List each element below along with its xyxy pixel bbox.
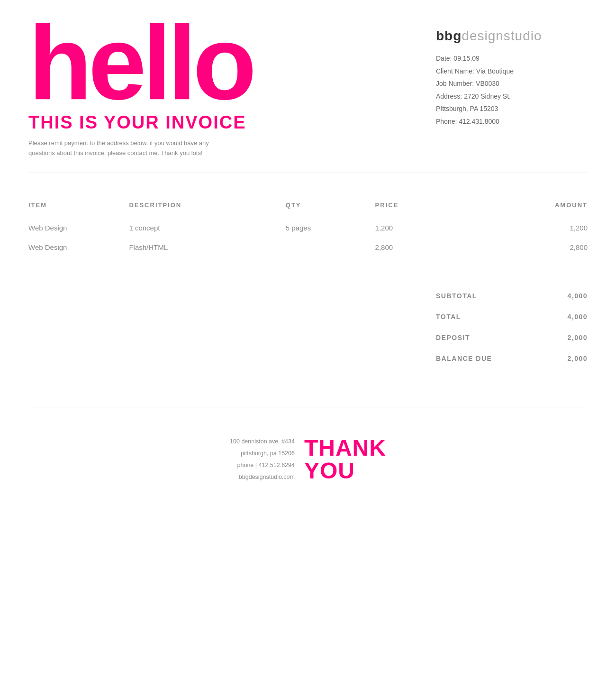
date-line: Date: 09.15.09 xyxy=(436,52,588,65)
col-header-desc: DESCRITPION xyxy=(129,202,285,218)
subtotal-row: SUBTOTAL 4,000 xyxy=(436,285,588,306)
table-section: ITEM DESCRITPION QTY PRICE AMOUNT Web De… xyxy=(0,173,616,276)
client-value: Via Boutique xyxy=(476,67,514,75)
address-label: Address: xyxy=(436,92,462,100)
job-label: Job Number: xyxy=(436,80,474,87)
hello-text: hello xyxy=(28,19,417,108)
cell-qty: 5 pages xyxy=(286,218,375,238)
deposit-row: DEPOSIT 2,000 xyxy=(436,327,588,348)
phone-value: 412.431.8000 xyxy=(459,118,499,125)
footer-address-line3: phone | 412.512.6294 xyxy=(230,459,295,471)
total-value: 4,000 xyxy=(547,306,588,327)
footer-section: 100 denniston ave. #434 pittsburgh, pa 1… xyxy=(0,407,616,502)
cell-amount: 2,800 xyxy=(481,238,588,257)
cell-price: 1,200 xyxy=(375,218,481,238)
cell-price: 2,800 xyxy=(375,238,481,257)
phone-line: Phone: 412.431.8000 xyxy=(436,115,588,128)
phone-label: Phone: xyxy=(436,118,457,125)
cell-desc: 1 concept xyxy=(129,218,285,238)
thank-you-line1: THANK xyxy=(304,437,386,459)
footer-address-line1: 100 denniston ave. #434 xyxy=(230,436,295,448)
company-name-bold: bbg xyxy=(436,28,462,43)
table-header-row: ITEM DESCRITPION QTY PRICE AMOUNT xyxy=(28,202,588,218)
job-value: VB0030 xyxy=(476,80,499,87)
col-header-price: PRICE xyxy=(375,202,481,218)
date-value: 09.15.09 xyxy=(453,55,480,62)
table-row: Web Design Flash/HTML 2,800 2,800 xyxy=(28,238,588,257)
invoice-title: THIS IS YOUR INVOICE xyxy=(28,112,417,133)
invoice-table: ITEM DESCRITPION QTY PRICE AMOUNT Web De… xyxy=(28,202,588,257)
invoice-note: Please remit payment to the address belo… xyxy=(28,138,237,158)
cell-amount: 1,200 xyxy=(481,218,588,238)
totals-section: SUBTOTAL 4,000 TOTAL 4,000 DEPOSIT 2,000… xyxy=(0,276,616,407)
subtotal-value: 4,000 xyxy=(547,285,588,306)
cell-desc: Flash/HTML xyxy=(129,238,285,257)
cell-item: Web Design xyxy=(28,238,129,257)
address-value: 2720 Sidney St. xyxy=(464,92,511,100)
footer-address-line4: bbgdesignstudio.com xyxy=(230,471,295,483)
header-section: hello THIS IS YOUR INVOICE Please remit … xyxy=(0,0,616,173)
hello-block: hello THIS IS YOUR INVOICE Please remit … xyxy=(28,19,417,158)
totals-table: SUBTOTAL 4,000 TOTAL 4,000 DEPOSIT 2,000… xyxy=(436,285,588,369)
deposit-label: DEPOSIT xyxy=(436,327,547,348)
footer-address: 100 denniston ave. #434 pittsburgh, pa 1… xyxy=(230,436,299,483)
subtotal-label: SUBTOTAL xyxy=(436,285,547,306)
balance-due-label: BALANCE DUE xyxy=(436,348,547,369)
company-block: bbgdesignstudio Date: 09.15.09 Client Na… xyxy=(436,19,588,128)
date-label: Date: xyxy=(436,55,452,62)
company-name: bbgdesignstudio xyxy=(436,28,588,44)
table-row: Web Design 1 concept 5 pages 1,200 1,200 xyxy=(28,218,588,238)
thank-you-line2: YOU xyxy=(304,459,386,482)
balance-due-row: BALANCE DUE 2,000 xyxy=(436,348,588,369)
address-line: Address: 2720 Sidney St. xyxy=(436,90,588,103)
col-header-qty: QTY xyxy=(286,202,375,218)
company-details: Date: 09.15.09 Client Name: Via Boutique… xyxy=(436,52,588,128)
col-header-amount: AMOUNT xyxy=(481,202,588,218)
cell-qty xyxy=(286,238,375,257)
cell-item: Web Design xyxy=(28,218,129,238)
job-line: Job Number: VB0030 xyxy=(436,77,588,90)
company-name-rest: designstudio xyxy=(462,28,542,43)
footer-address-line2: pittsburgh, pa 15206 xyxy=(230,448,295,459)
thank-you-block: THANK YOU xyxy=(299,437,386,482)
col-header-item: ITEM xyxy=(28,202,129,218)
client-label: Client Name: xyxy=(436,67,474,75)
balance-due-value: 2,000 xyxy=(547,348,588,369)
client-line: Client Name: Via Boutique xyxy=(436,65,588,78)
city-value: PIttsburgh, PA 15203 xyxy=(436,105,498,112)
city-line: PIttsburgh, PA 15203 xyxy=(436,102,588,115)
deposit-value: 2,000 xyxy=(547,327,588,348)
total-label: TOTAL xyxy=(436,306,547,327)
total-row: TOTAL 4,000 xyxy=(436,306,588,327)
